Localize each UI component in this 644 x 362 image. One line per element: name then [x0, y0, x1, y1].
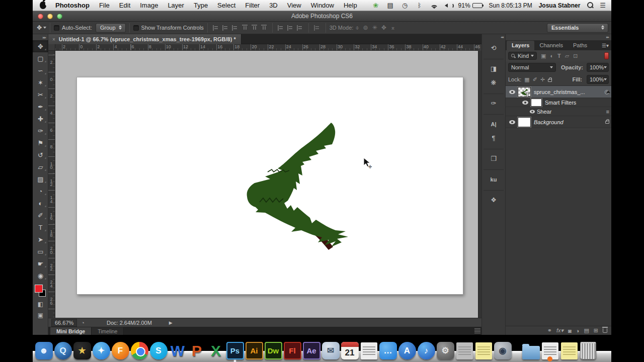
visibility-toggle[interactable] [508, 90, 517, 94]
quick-selection-tool[interactable]: ✶ [33, 76, 48, 88]
layer-name[interactable]: spruce_christmas_... [534, 89, 585, 95]
dock-chrome[interactable] [130, 340, 148, 359]
dock-mail[interactable]: ✉ [321, 340, 340, 359]
dock-itunes[interactable]: ♪ [417, 340, 435, 359]
auto-select-dropdown[interactable]: Group [96, 23, 126, 33]
wacom-menu-icon[interactable]: ▤ [386, 2, 394, 10]
distribute-right-icon[interactable] [297, 25, 303, 31]
3d-scale-icon[interactable]: ⌅ [390, 24, 395, 31]
dock-word[interactable]: W [169, 340, 187, 359]
brush-tool[interactable]: ✑ [33, 125, 48, 137]
auto-select-checkbox[interactable] [54, 25, 59, 31]
paragraph-panel-icon[interactable]: ¶ [486, 131, 501, 144]
menu-filter[interactable]: Filter [245, 2, 260, 9]
vertical-scrollbar[interactable] [478, 51, 481, 318]
canvas-viewport[interactable]: ✛ [55, 51, 478, 318]
quick-mask-button[interactable]: ◧ [33, 299, 48, 310]
lock-transparency-icon[interactable]: ▦ [524, 76, 529, 83]
dock-excel[interactable]: X [207, 340, 225, 359]
spotlight-icon[interactable] [587, 2, 593, 9]
eraser-tool[interactable]: ▱ [33, 161, 48, 173]
dock-finder[interactable]: ☻ [35, 340, 53, 359]
menu-edit[interactable]: Edit [119, 2, 130, 9]
menu-layer[interactable]: Layer [168, 2, 184, 9]
menu-select[interactable]: Select [217, 2, 235, 9]
filter-pixel-layers-icon[interactable]: ▣ [541, 53, 546, 59]
notification-center-icon[interactable]: ☰ [600, 2, 605, 9]
collapse-tools-icon[interactable]: ▸▸ [33, 34, 48, 40]
clone-stamp-tool[interactable]: ⚑ [33, 137, 48, 149]
filter-toggle-switch[interactable] [604, 52, 609, 59]
kuler-panel-icon[interactable]: ku [484, 169, 504, 186]
wifi-icon[interactable] [430, 3, 438, 9]
menu-type[interactable]: Type [194, 2, 208, 9]
align-bottom-edges-icon[interactable] [261, 25, 267, 31]
status-options-arrow[interactable]: ▶ [169, 320, 173, 325]
link-layers-icon[interactable]: ⚭ [547, 327, 552, 334]
volume-icon[interactable] [445, 3, 452, 8]
layer-thumbnail[interactable] [518, 117, 531, 127]
new-group-icon[interactable]: ▤ [584, 327, 589, 334]
zoom-tool[interactable]: ◉ [33, 269, 48, 282]
filter-smart-objects-icon[interactable]: ⊡ [573, 53, 578, 59]
apple-menu-icon[interactable] [40, 2, 46, 9]
dodge-tool[interactable]: ◐ [33, 197, 48, 209]
blur-tool[interactable]: ◔ [33, 185, 48, 197]
dock-calendar[interactable]: 21 [341, 340, 359, 359]
menubar-username[interactable]: Josua Stabner [539, 2, 581, 9]
tab-channels[interactable]: Channels [534, 41, 568, 50]
align-left-edges-icon[interactable] [213, 25, 219, 31]
align-horizontal-centers-icon[interactable] [252, 25, 257, 31]
dock-aftereffects[interactable]: Ae [302, 340, 320, 359]
align-top-edges-icon[interactable] [242, 25, 248, 31]
filter-shape-layers-icon[interactable]: ▱ [565, 53, 569, 59]
dock-skype[interactable]: S [149, 340, 168, 359]
zoom-level-field[interactable]: 66.67% [51, 319, 77, 327]
distribute-left-icon[interactable] [278, 25, 284, 31]
dock-trash[interactable] [579, 340, 597, 359]
delete-layer-icon[interactable] [603, 328, 607, 333]
lock-all-icon[interactable] [548, 79, 552, 82]
workspace-switcher[interactable]: Essentials [547, 23, 608, 33]
3d-rotate-icon[interactable]: ⌽ [355, 24, 359, 31]
visibility-toggle[interactable] [508, 120, 517, 124]
auto-align-layers-icon[interactable] [314, 25, 320, 31]
visibility-toggle[interactable] [521, 101, 530, 105]
history-brush-tool[interactable]: ↺ [33, 149, 48, 161]
collapse-panels-icon[interactable]: ▸▸ [506, 34, 611, 40]
filter-blending-options-icon[interactable]: ≡ [606, 109, 609, 115]
blend-mode-dropdown[interactable]: Normal [508, 63, 556, 72]
type-tool[interactable]: T [33, 221, 48, 233]
filter-adjustment-layers-icon[interactable]: ◐ [550, 53, 553, 59]
smart-filters-row[interactable]: Smart Filters [506, 98, 611, 107]
tool-preset-picker[interactable]: ✥ [37, 24, 46, 31]
dock-downloads-stack[interactable] [541, 340, 559, 359]
dock-dreamweaver[interactable]: Dw [264, 340, 282, 359]
foreground-color-swatch[interactable] [35, 285, 43, 293]
time-machine-icon[interactable]: ◷ [401, 2, 409, 10]
align-right-edges-icon[interactable] [232, 25, 238, 31]
sync-menu-icon[interactable]: ❀ [372, 2, 380, 10]
dock-flash[interactable]: Fl [283, 340, 301, 359]
tab-layers[interactable]: Layers [507, 41, 534, 50]
eyedropper-tool[interactable]: ✒ [33, 101, 48, 113]
dock-gray-document-app[interactable] [455, 340, 473, 359]
layer-row-background[interactable]: Background [506, 116, 611, 128]
dock-stickies[interactable] [474, 340, 493, 359]
dock-movie-projector-app[interactable]: ◉ [494, 340, 512, 359]
hand-tool[interactable]: ☛ [33, 257, 48, 269]
panel-menu-icon[interactable]: ☰▾ [602, 43, 609, 48]
bluetooth-icon[interactable]: ᛒ [416, 2, 424, 10]
layer-name[interactable]: Background [534, 119, 564, 125]
opacity-field[interactable]: 100% [587, 63, 609, 72]
menu-image[interactable]: Image [140, 2, 158, 9]
menu-3d[interactable]: 3D [269, 2, 278, 9]
dock-imovie[interactable]: ★ [73, 340, 91, 359]
dock-documents-folder[interactable] [522, 340, 540, 359]
align-vertical-centers-icon[interactable] [222, 25, 229, 31]
expand-panels-icon[interactable]: ◂◂ [482, 34, 505, 40]
new-layer-icon[interactable]: ⊞ [594, 327, 598, 334]
add-layer-mask-icon[interactable]: ◙ [568, 328, 572, 334]
dock-safari[interactable]: ✦ [92, 340, 110, 359]
path-selection-tool[interactable]: ➤ [33, 233, 48, 245]
